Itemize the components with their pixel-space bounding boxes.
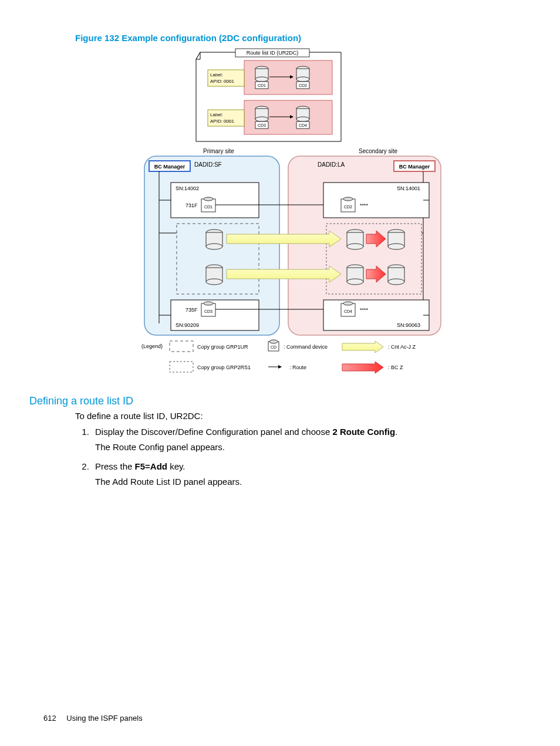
svg-text:****: **** — [360, 202, 369, 208]
step-2-text-b: key. — [167, 461, 185, 471]
svg-text:731F: 731F — [185, 202, 198, 208]
page-number: 612 — [43, 714, 56, 723]
intro-text: To define a route list ID, UR2DC: — [75, 411, 501, 421]
svg-text:: Command device: : Command device — [284, 344, 328, 350]
svg-point-68 — [206, 279, 222, 285]
svg-text:CD3: CD3 — [204, 309, 212, 313]
svg-text:****: **** — [360, 307, 369, 313]
svg-text:CD2: CD2 — [299, 83, 307, 87]
svg-text:(Legend): (Legend) — [141, 343, 163, 349]
svg-text:APID: 0001: APID: 0001 — [210, 79, 234, 84]
svg-point-91 — [343, 302, 353, 305]
svg-text:DADID:SF: DADID:SF — [194, 161, 222, 168]
svg-point-100 — [269, 340, 278, 343]
svg-point-14 — [296, 77, 309, 82]
svg-text:CD2: CD2 — [344, 205, 352, 209]
svg-point-71 — [347, 244, 363, 249]
section-heading: Defining a route list ID — [29, 395, 501, 407]
svg-text:Copy group GRP2RS1: Copy group GRP2RS1 — [197, 364, 251, 370]
chapter-title: Using the ISPF panels — [66, 714, 142, 723]
svg-text:DADID:LA: DADID:LA — [318, 161, 345, 168]
svg-text:Secondary site: Secondary site — [359, 148, 398, 154]
step-list: Display the Discover/Define Configuratio… — [75, 424, 501, 489]
svg-point-84 — [204, 302, 213, 305]
svg-rect-97 — [170, 341, 193, 352]
svg-text:SN:90209: SN:90209 — [176, 322, 199, 328]
svg-text:: Cnt Ac-J Z: : Cnt Ac-J Z — [388, 344, 416, 350]
svg-text:Route list ID (UR2DC): Route list ID (UR2DC) — [247, 50, 299, 56]
svg-point-65 — [206, 244, 222, 249]
step-1-line-2: The Route Config panel appears. — [95, 442, 225, 452]
step-2: Press the F5=Add key. The Add Route List… — [92, 459, 501, 489]
svg-text:Copy group GRP1UR: Copy group GRP1UR — [197, 344, 248, 350]
svg-point-8 — [255, 77, 268, 82]
svg-text:CD1: CD1 — [258, 83, 266, 87]
svg-point-80 — [388, 279, 404, 285]
svg-text:SN:90063: SN:90063 — [397, 322, 420, 328]
svg-text:BC Manager: BC Manager — [154, 164, 185, 170]
svg-point-74 — [347, 279, 363, 285]
svg-point-77 — [388, 244, 404, 249]
svg-text:: Route: : Route — [289, 364, 306, 370]
svg-point-48 — [204, 197, 213, 201]
svg-point-23 — [255, 117, 268, 121]
svg-text:SN:14001: SN:14001 — [397, 185, 420, 191]
svg-text:CD3: CD3 — [258, 123, 266, 127]
step-1-bold: 2 Route Config — [332, 427, 395, 437]
svg-point-29 — [296, 117, 309, 121]
svg-text:Primary site: Primary site — [203, 148, 234, 154]
figure-diagram: Route list ID (UR2DC) Label: APID: 0001 … — [130, 48, 447, 388]
step-1-text-a: Display the Discover/Define Configuratio… — [95, 427, 332, 437]
svg-text:CD4: CD4 — [299, 123, 307, 127]
step-2-text-a: Press the — [95, 461, 135, 471]
svg-text:APID: 0001: APID: 0001 — [210, 119, 234, 124]
svg-text:CD: CD — [271, 345, 276, 349]
svg-text:735F: 735F — [185, 307, 198, 313]
svg-text:Label:: Label: — [210, 72, 223, 77]
svg-text:: BC Z: : BC Z — [388, 364, 403, 370]
figure-caption: Figure 132 Example configuration (2DC co… — [75, 33, 501, 43]
svg-rect-104 — [170, 362, 193, 372]
svg-text:CD1: CD1 — [204, 205, 212, 209]
svg-text:CD4: CD4 — [344, 309, 352, 313]
step-1-text-b: . — [395, 427, 397, 437]
svg-point-55 — [343, 197, 353, 201]
step-2-line-2: The Add Route List ID panel appears. — [95, 477, 242, 487]
svg-text:SN:14002: SN:14002 — [176, 185, 199, 191]
svg-text:Label:: Label: — [210, 112, 223, 117]
svg-text:BC Manager: BC Manager — [399, 164, 430, 170]
step-1: Display the Discover/Define Configuratio… — [92, 424, 501, 454]
page-footer: 612 Using the ISPF panels — [43, 714, 143, 723]
step-2-bold: F5=Add — [135, 461, 167, 471]
